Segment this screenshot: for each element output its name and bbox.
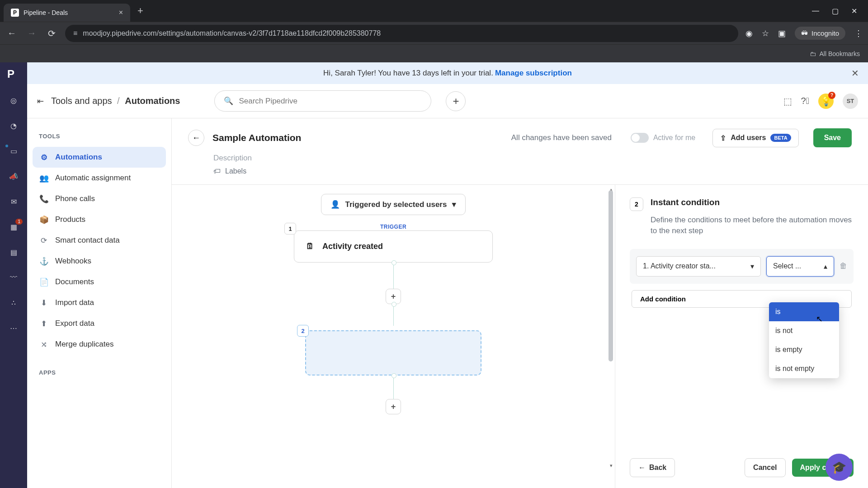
automation-icon: ⚙: [39, 152, 49, 162]
operator-dropdown[interactable]: Select ... ▴: [766, 256, 834, 277]
scrollbar[interactable]: ▴ ▾: [609, 188, 614, 464]
eye-off-icon[interactable]: ◉: [745, 28, 753, 38]
page-head: ← Sample Automation All changes have bee…: [172, 118, 868, 152]
labels-field[interactable]: 🏷 Labels: [172, 164, 868, 184]
quick-add-button[interactable]: +: [446, 91, 466, 111]
sidebar-item-smart-contact-data[interactable]: ⟳Smart contact data: [33, 230, 166, 251]
close-icon[interactable]: ×: [119, 9, 123, 17]
more-icon[interactable]: ⋯: [8, 323, 19, 333]
incognito-pill[interactable]: 🕶 Incognito: [795, 27, 845, 40]
content: Hi, Sarah Tyler! You have 13 days left i…: [27, 62, 868, 488]
pipedrive-logo[interactable]: P: [7, 68, 20, 80]
add-users-button[interactable]: ⇪ Add users BETA: [712, 129, 798, 147]
panel-description: Define the conditions to meet before the…: [651, 215, 854, 236]
back-button[interactable]: ←: [188, 130, 204, 146]
dropdown-option-is[interactable]: is: [769, 302, 839, 321]
header-bar: ⇤ Tools and apps / Automations 🔍 Search …: [27, 84, 868, 118]
help-icon[interactable]: ?⃝: [801, 96, 809, 106]
search-input[interactable]: 🔍 Search Pipedrive: [214, 90, 431, 112]
sidebar-heading-tools: TOOLS: [33, 129, 166, 143]
save-button[interactable]: Save: [813, 128, 852, 147]
connector: [393, 375, 394, 399]
sidebar-item-automatic-assignment[interactable]: 👥Automatic assignment: [33, 168, 166, 188]
panel-icon[interactable]: ▣: [778, 28, 786, 38]
avatar[interactable]: ST: [843, 94, 858, 109]
operator-dropdown-menu: is is not is empty is not empty: [769, 302, 839, 378]
dropdown-option-is-not-empty[interactable]: is not empty: [769, 359, 839, 378]
help-fab[interactable]: 🎓: [826, 454, 853, 481]
search-placeholder: Search Pipedrive: [239, 97, 297, 106]
marketplace-icon[interactable]: ⛬: [8, 297, 19, 308]
sidebar-item-phone-calls[interactable]: 📞Phone calls: [33, 188, 166, 209]
step-card-2-empty[interactable]: 2: [305, 330, 481, 375]
dropdown-option-is-not[interactable]: is not: [769, 321, 839, 340]
new-tab-button[interactable]: +: [134, 3, 147, 19]
address-bar: ← → ⟳ ≡ moodjoy.pipedrive.com/settings/a…: [0, 22, 868, 44]
star-icon[interactable]: ☆: [762, 28, 769, 38]
sidebar-collapse-icon[interactable]: ⇤: [37, 96, 44, 106]
sidebar-item-label: Documents: [55, 277, 94, 286]
add-step-button[interactable]: +: [386, 399, 401, 414]
sidebar-item-label: Export data: [55, 319, 94, 328]
all-bookmarks-link[interactable]: All Bookmarks: [820, 50, 860, 57]
back-icon[interactable]: ←: [5, 28, 18, 38]
sidebar-item-label: Merge duplicates: [55, 340, 113, 349]
triggered-by-button[interactable]: 👤 Triggered by selected users ▾: [321, 194, 466, 215]
dropdown-option-is-empty[interactable]: is empty: [769, 340, 839, 359]
whats-new-button[interactable]: 💡 ?: [818, 94, 834, 109]
kebab-icon[interactable]: ⋮: [854, 28, 863, 38]
sidebar-item-export-data[interactable]: ⬆Export data: [33, 313, 166, 334]
close-icon[interactable]: ✕: [851, 68, 859, 79]
sidebar-item-products[interactable]: 📦Products: [33, 209, 166, 230]
extensions-icon[interactable]: ⬚: [783, 96, 792, 107]
field-dropdown[interactable]: 1. Activity creator sta... ▾: [636, 256, 761, 277]
cancel-button[interactable]: Cancel: [745, 458, 785, 477]
labels-label: Labels: [225, 167, 246, 175]
clock-icon[interactable]: ◔: [8, 120, 19, 131]
step-number: 2: [297, 325, 309, 337]
back-button[interactable]: ← Back: [630, 458, 675, 477]
badge: 1: [15, 219, 23, 225]
step-card-1[interactable]: 1 🗓 Activity created: [294, 230, 493, 263]
sidebar-item-automations[interactable]: ⚙Automations: [33, 147, 166, 168]
contacts-icon[interactable]: ▤: [8, 247, 19, 258]
step-label: Activity created: [322, 242, 383, 251]
sidebar-item-webhooks[interactable]: ⚓Webhooks: [33, 251, 166, 272]
mail-icon[interactable]: ✉: [8, 196, 19, 207]
trash-icon[interactable]: 🗑: [840, 262, 847, 271]
triggered-label: Triggered by selected users: [345, 200, 447, 209]
trial-text: Hi, Sarah Tyler! You have 13 days left i…: [323, 69, 493, 78]
manage-subscription-link[interactable]: Manage subscription: [495, 69, 572, 78]
scroll-down-icon[interactable]: ▾: [609, 463, 614, 468]
calendar-icon[interactable]: 1▦: [8, 221, 19, 232]
minimize-icon[interactable]: —: [812, 7, 819, 15]
connector: [393, 263, 394, 289]
maximize-icon[interactable]: ▢: [832, 7, 839, 15]
document-icon: 📄: [39, 277, 49, 287]
automation-title[interactable]: Sample Automation: [212, 132, 301, 143]
browser-tab[interactable]: P Pipeline - Deals ×: [4, 4, 130, 22]
insights-icon[interactable]: 〰: [8, 272, 19, 283]
tag-icon: 🏷: [213, 167, 221, 175]
campaign-icon[interactable]: 📣: [8, 171, 19, 182]
sidebar-item-documents[interactable]: 📄Documents: [33, 272, 166, 292]
field-dd-value: 1. Activity creator sta...: [643, 262, 716, 270]
chevron-down-icon: ▾: [750, 262, 754, 271]
sidebar-item-import-data[interactable]: ⬇Import data: [33, 292, 166, 313]
back-label: Back: [649, 464, 666, 472]
automation-canvas[interactable]: 👤 Triggered by selected users ▾ TRIGGER …: [172, 185, 615, 488]
sidebar-item-label: Products: [55, 215, 85, 224]
active-toggle[interactable]: [631, 133, 649, 143]
target-icon[interactable]: ◎: [8, 95, 19, 106]
scrollbar-thumb[interactable]: [609, 190, 613, 361]
url-input[interactable]: ≡ moodjoy.pipedrive.com/settings/automat…: [65, 25, 738, 42]
sidebar-item-merge-duplicates[interactable]: ⤨Merge duplicates: [33, 334, 166, 355]
site-info-icon[interactable]: ≡: [73, 29, 77, 38]
description-field[interactable]: Description: [172, 152, 868, 164]
clipboard-icon[interactable]: ▭: [8, 145, 19, 156]
close-window-icon[interactable]: ✕: [851, 7, 857, 15]
workspace: TOOLS ⚙Automations 👥Automatic assignment…: [27, 118, 868, 488]
reload-icon[interactable]: ⟳: [45, 28, 58, 39]
breadcrumb-parent[interactable]: Tools and apps: [51, 96, 112, 106]
tab-strip: P Pipeline - Deals × + — ▢ ✕: [0, 0, 868, 22]
